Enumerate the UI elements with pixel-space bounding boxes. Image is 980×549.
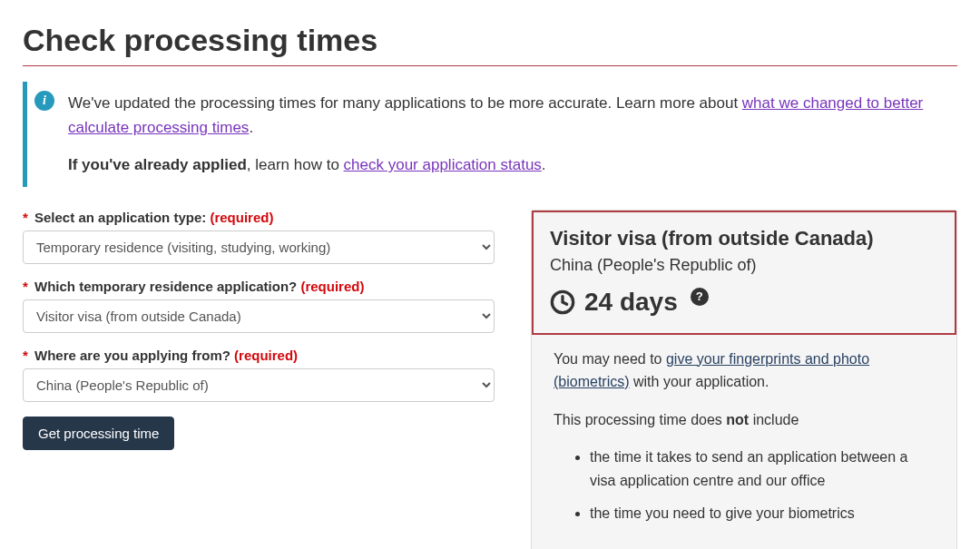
required-text: (required) bbox=[234, 348, 298, 363]
label-text: Which temporary residence application? bbox=[34, 279, 297, 294]
result-biometrics-text: You may need to give your fingerprints a… bbox=[554, 348, 935, 394]
select-application-type[interactable]: Temporary residence (visiting, studying,… bbox=[23, 230, 495, 264]
text: You may need to bbox=[554, 351, 666, 367]
page-title: Check processing times bbox=[23, 23, 957, 66]
text: with your application. bbox=[630, 374, 769, 389]
required-text: (required) bbox=[300, 279, 364, 294]
info-alert: i We've updated the processing times for… bbox=[23, 82, 957, 187]
strong-text: not bbox=[726, 412, 749, 427]
required-star: * bbox=[23, 210, 28, 225]
clock-icon bbox=[550, 289, 575, 315]
info-strong: If you've already applied bbox=[68, 156, 247, 173]
select-applying-from[interactable]: China (People's Republic of) bbox=[23, 368, 495, 402]
get-processing-time-button[interactable]: Get processing time bbox=[23, 417, 174, 450]
result-highlight-box: Visitor visa (from outside Canada) China… bbox=[532, 211, 956, 335]
help-icon[interactable]: ? bbox=[691, 288, 709, 306]
result-not-include-text: This processing time does not include bbox=[554, 408, 935, 432]
result-title: Visitor visa (from outside Canada) bbox=[550, 227, 938, 250]
result-panel: Visitor visa (from outside Canada) China… bbox=[531, 210, 957, 549]
label-application-type: * Select an application type: (required) bbox=[23, 210, 495, 225]
required-text: (required) bbox=[210, 210, 273, 225]
info-text: We've updated the processing times for m… bbox=[68, 94, 742, 112]
result-body: You may need to give your fingerprints a… bbox=[554, 348, 935, 525]
label-temp-residence-app: * Which temporary residence application?… bbox=[23, 279, 495, 294]
info-paragraph-1: We've updated the processing times for m… bbox=[68, 91, 957, 140]
info-icon: i bbox=[34, 91, 54, 111]
label-applying-from: * Where are you applying from? (required… bbox=[23, 348, 495, 363]
link-check-status[interactable]: check your application status bbox=[344, 156, 542, 173]
info-paragraph-2: If you've already applied, learn how to … bbox=[68, 152, 957, 177]
result-time-row: 24 days ? bbox=[550, 288, 938, 317]
info-text: . bbox=[249, 119, 253, 136]
select-temp-residence-app[interactable]: Visitor visa (from outside Canada) bbox=[23, 299, 495, 333]
info-text: , learn how to bbox=[247, 156, 344, 173]
result-country: China (People's Republic of) bbox=[550, 256, 938, 275]
label-text: Where are you applying from? bbox=[34, 348, 230, 363]
form-column: * Select an application type: (required)… bbox=[23, 210, 495, 549]
required-star: * bbox=[23, 348, 28, 363]
result-time-value: 24 days bbox=[584, 288, 678, 317]
text: This processing time does bbox=[554, 412, 726, 427]
info-text: . bbox=[542, 156, 546, 173]
required-star: * bbox=[23, 279, 28, 294]
list-item: the time you need to give your biometric… bbox=[590, 502, 935, 525]
list-item: the time it takes to send an application… bbox=[590, 446, 935, 492]
label-text: Select an application type: bbox=[34, 210, 206, 225]
text: include bbox=[749, 412, 799, 427]
result-exclusion-list: the time it takes to send an application… bbox=[554, 446, 935, 524]
